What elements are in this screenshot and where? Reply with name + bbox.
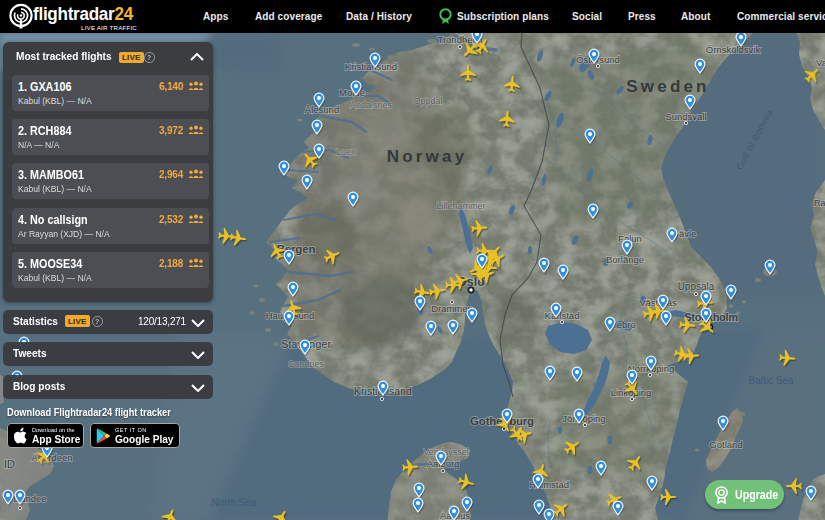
svg-text:Lillehammer: Lillehammer: [436, 201, 485, 211]
svg-text:Uppsala: Uppsala: [678, 281, 715, 292]
svg-text:Oppdal: Oppdal: [413, 96, 442, 106]
svg-text:Sandnes: Sandnes: [288, 359, 324, 369]
svg-text:Rau: Rau: [814, 198, 825, 208]
svg-text:Baltic Sea: Baltic Sea: [748, 375, 793, 386]
svg-text:Sundsvall: Sundsvall: [665, 111, 706, 122]
svg-text:North Sea: North Sea: [211, 497, 256, 508]
svg-text:Va: Va: [816, 57, 825, 68]
svg-text:Örnsköldsvik: Örnsköldsvik: [706, 44, 761, 55]
svg-text:Loen: Loen: [336, 147, 356, 157]
svg-text:Åndalsnes: Åndalsnes: [350, 100, 393, 110]
svg-text:Ålesund: Ålesund: [305, 104, 339, 115]
svg-text:Sweden: Sweden: [626, 77, 709, 96]
svg-text:Gotland: Gotland: [709, 439, 742, 450]
svg-text:Kristiansund: Kristiansund: [345, 61, 397, 72]
svg-text:ID: ID: [4, 458, 15, 470]
svg-text:Bergen: Bergen: [277, 243, 316, 255]
svg-text:Karlstad: Karlstad: [545, 310, 580, 321]
svg-text:Borlänge: Borlänge: [606, 254, 644, 265]
svg-text:Norway: Norway: [387, 147, 468, 166]
